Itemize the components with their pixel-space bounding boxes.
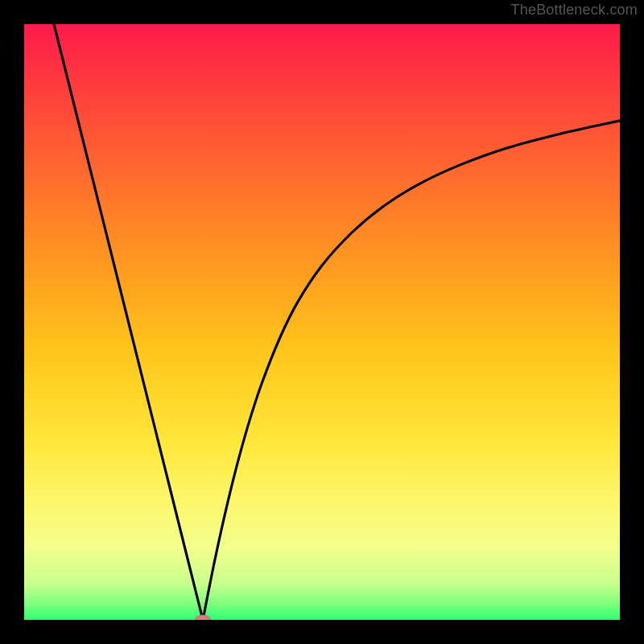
gradient-background [24,24,620,620]
chart-svg [24,24,620,620]
plot-area [24,24,620,620]
chart-frame: TheBottleneck.com [0,0,644,644]
watermark-text: TheBottleneck.com [511,2,638,19]
